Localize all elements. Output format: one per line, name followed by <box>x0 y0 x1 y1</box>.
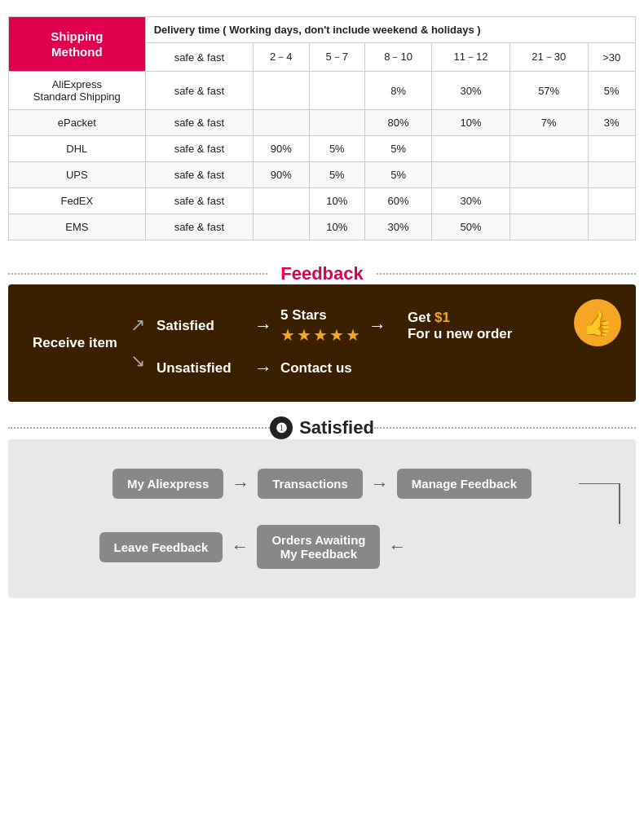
table-row: FedEXsafe & fast10%60%30% <box>9 188 636 214</box>
unsatisfied-label: Unsatisfied <box>157 360 246 377</box>
value-cell: 5% <box>365 162 432 188</box>
star-5: ★ <box>346 325 360 345</box>
delivery-time-header: Delivery time ( Working days, don't incl… <box>145 17 635 43</box>
get-reward-text: Get $1 <box>408 310 450 325</box>
feedback-title-row: Feedback <box>0 263 644 284</box>
col-header-safe: safe & fast <box>145 43 253 72</box>
value-cell <box>509 136 588 162</box>
flow-box-manage-feedback[interactable]: Manage Feedback <box>397 469 532 499</box>
reward-arrow: → <box>368 315 386 337</box>
unsatisfied-branch: Unsatisfied → Contact us <box>157 358 512 379</box>
stars-result: 5 Stars ★ ★ ★ ★ ★ <box>280 307 360 345</box>
value-cell: 90% <box>254 162 310 188</box>
col-header-5-7: 5－7 <box>309 43 365 72</box>
value-cell: 8% <box>365 72 432 110</box>
satisfied-branch: Satisfied → 5 Stars ★ ★ ★ ★ ★ → Get $1 F… <box>157 307 512 345</box>
branches: Satisfied → 5 Stars ★ ★ ★ ★ ★ → Get $1 F… <box>157 307 512 379</box>
dotted-line-right <box>377 273 636 275</box>
star-1: ★ <box>280 325 295 345</box>
reward-dollar: $1 <box>434 310 450 325</box>
flow-box-leave-feedback[interactable]: Leave Feedback <box>99 532 223 562</box>
value-cell: 50% <box>432 214 510 240</box>
method-cell: ePacket <box>9 110 146 136</box>
shipping-table: ShippingMethond Delivery time ( Working … <box>8 16 636 240</box>
value-cell: 5% <box>365 136 432 162</box>
value-cell: 30% <box>432 72 510 110</box>
value-cell <box>309 72 365 110</box>
method-cell: EMS <box>9 214 146 240</box>
table-row: ePacketsafe & fast80%10%7%3% <box>9 110 636 136</box>
value-cell: 3% <box>588 110 636 136</box>
value-cell <box>309 110 365 136</box>
method-cell: UPS <box>9 162 146 188</box>
col-header-30plus: >30 <box>588 43 636 72</box>
method-cell: AliExpress Standard Shipping <box>9 72 146 110</box>
star-2: ★ <box>297 325 311 345</box>
table-row: EMSsafe & fast10%30%50% <box>9 214 636 240</box>
desc-cell: safe & fast <box>145 188 253 214</box>
col-header-11-12: 11－12 <box>432 43 510 72</box>
diagram-inner: Receive item ↗ ↘ Satisfied → 5 Stars ★ ★… <box>33 307 611 379</box>
value-cell <box>254 110 310 136</box>
star-3: ★ <box>313 325 328 345</box>
dotted-line-left <box>8 273 267 275</box>
table-row: UPSsafe & fast90%5%5% <box>9 162 636 188</box>
flow-section: My Aliexpress → Transactions → Manage Fe… <box>8 439 636 598</box>
flow-step1-label: My Aliexpress <box>127 477 209 491</box>
desc-cell: safe & fast <box>145 214 253 240</box>
flow-arrow-4: ← <box>388 536 406 557</box>
flow-orders-awaiting-label: Orders Awaiting My Feedback <box>271 533 365 561</box>
connector-svg-bottom <box>579 513 628 554</box>
value-cell: 57% <box>509 72 588 110</box>
value-cell <box>254 72 310 110</box>
flow-step2-label: Transactions <box>272 477 348 491</box>
value-cell: 10% <box>309 214 365 240</box>
satisfied-section-title: Satisfied <box>299 417 374 438</box>
value-cell <box>588 214 636 240</box>
value-cell <box>509 214 588 240</box>
star-4: ★ <box>329 325 344 345</box>
shipping-section: ShippingMethond Delivery time ( Working … <box>0 0 644 249</box>
table-row: DHLsafe & fast90%5%5% <box>9 136 636 162</box>
flow-box-orders-awaiting[interactable]: Orders Awaiting My Feedback <box>257 525 380 569</box>
receive-item-label: Receive item <box>33 335 117 351</box>
flow-box-myaliexpress[interactable]: My Aliexpress <box>112 469 223 499</box>
flow-arrow-1: → <box>232 474 249 495</box>
get-reward: Get $1 For u new order <box>408 310 512 342</box>
feedback-diagram: Receive item ↗ ↘ Satisfied → 5 Stars ★ ★… <box>8 284 636 402</box>
method-cell: DHL <box>9 136 146 162</box>
value-cell: 60% <box>365 188 432 214</box>
satisfied-dotted-left <box>8 427 270 429</box>
unsatisfied-arrow: → <box>254 358 272 379</box>
value-cell: 30% <box>365 214 432 240</box>
value-cell <box>254 188 310 214</box>
satisfied-arrow: → <box>254 315 272 337</box>
value-cell: 5% <box>588 72 636 110</box>
satisfied-number: ❶ <box>270 416 293 439</box>
method-cell: FedEX <box>9 188 146 214</box>
flow-box-transactions[interactable]: Transactions <box>258 469 363 499</box>
satisfied-dotted-right <box>374 427 636 429</box>
value-cell <box>588 162 636 188</box>
value-cell: 30% <box>432 188 510 214</box>
shipping-method-header: ShippingMethond <box>9 17 146 72</box>
table-row: AliExpress Standard Shippingsafe & fast8… <box>9 72 636 110</box>
flow-bottom-row: Leave Feedback ← Orders Awaiting My Feed… <box>24 525 620 569</box>
value-cell <box>588 136 636 162</box>
col-header-2-4: 2－4 <box>254 43 310 72</box>
stars-label: 5 Stars <box>280 307 360 324</box>
value-cell: 10% <box>309 188 365 214</box>
value-cell <box>432 136 510 162</box>
thumb-emoji: 👍 <box>583 309 613 337</box>
value-cell <box>588 188 636 214</box>
flow-step3-label: Manage Feedback <box>412 477 517 491</box>
value-cell <box>254 214 310 240</box>
contact-label: Contact us <box>280 360 352 377</box>
satisfied-label: Satisfied <box>157 318 246 334</box>
value-cell: 5% <box>309 136 365 162</box>
value-cell: 7% <box>509 110 588 136</box>
desc-cell: safe & fast <box>145 136 253 162</box>
reward-desc: For u new order <box>408 326 512 341</box>
value-cell: 10% <box>432 110 510 136</box>
flow-arrow-3: ← <box>231 536 249 557</box>
